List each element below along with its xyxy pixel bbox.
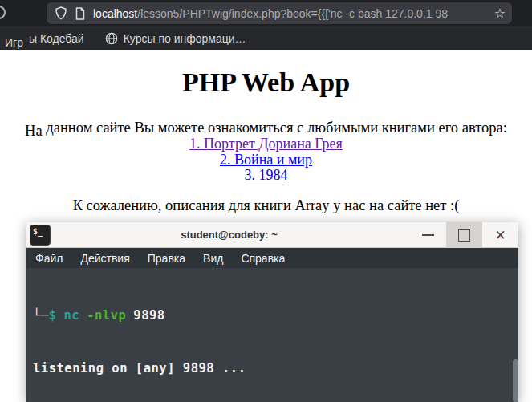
- intro-text: На данном сайте Вы можете ознакомиться с…: [0, 120, 532, 136]
- command-name: nc: [64, 308, 80, 323]
- close-icon: ✕: [494, 229, 506, 242]
- page-icon: [75, 7, 86, 20]
- menu-actions[interactable]: Действия: [80, 252, 129, 265]
- maximize-button[interactable]: [446, 222, 482, 248]
- maximize-icon: [458, 229, 470, 242]
- terminal-window: $_ student@codeby: ~ ✕ Файл Действия Пра…: [26, 222, 518, 402]
- close-button[interactable]: ✕: [482, 222, 518, 248]
- menu-view[interactable]: Вид: [203, 252, 223, 265]
- menu-file[interactable]: Файл: [35, 252, 63, 265]
- command-args: -nlvp: [87, 308, 126, 323]
- terminal-line: listening on [any] 9898 ...: [33, 359, 518, 377]
- url-path: /lesson5/PHPTwig/index.php?book={{['nc -…: [137, 7, 448, 20]
- url-text: localhost/lesson5/PHPTwig/index.php?book…: [93, 7, 488, 20]
- minimize-icon: [422, 234, 434, 236]
- minimize-button[interactable]: [410, 222, 446, 248]
- bookmark-label-suffix: ы Кодебай: [29, 32, 84, 45]
- bookmark-item-codeby[interactable]: Игры Кодебай: [5, 32, 84, 45]
- screen: localhost/lesson5/PHPTwig/index.php?book…: [0, 0, 532, 402]
- book-link-2[interactable]: 2. Война и мир: [0, 152, 532, 169]
- book-notfound-message: К сожалению, описания для книги Array у …: [0, 197, 532, 214]
- terminal-window-title: student@codeby: ~: [26, 222, 432, 248]
- page-title: PHP Web App: [0, 67, 532, 98]
- book-link-1[interactable]: 1. Портрет Дориана Грея: [0, 136, 532, 152]
- terminal-scrollbar-thumb[interactable]: [513, 359, 518, 402]
- browser-toolbar: localhost/lesson5/PHPTwig/index.php?book…: [0, 0, 532, 26]
- bookmark-label: Курсы по информаци…: [124, 32, 246, 45]
- bookmark-star-icon[interactable]: ☆: [494, 7, 506, 20]
- intro-first-word: На: [25, 123, 43, 139]
- terminal-menubar: Файл Действия Правка Вид Справка: [26, 248, 518, 268]
- url-fade-overlay: [464, 5, 491, 22]
- terminal-command-line: └─$nc-nlvp9898: [33, 307, 518, 324]
- bookmark-label-prefix: Игр: [5, 36, 23, 49]
- terminal-titlebar[interactable]: $_ student@codeby: ~ ✕: [26, 222, 518, 248]
- globe-icon: [105, 32, 118, 45]
- book-link-list: 1. Портрет Дориана Грея 2. Война и мир 3…: [0, 136, 532, 184]
- command-port: 9898: [133, 308, 164, 323]
- url-host: localhost: [93, 7, 137, 20]
- menu-help[interactable]: Справка: [241, 252, 285, 265]
- terminal-output-area[interactable]: └─$nc-nlvp9898 listening on [any] 9898 .…: [26, 268, 518, 402]
- prompt-symbol: $: [49, 308, 57, 323]
- window-controls: ✕: [410, 222, 518, 248]
- shield-icon: [55, 6, 67, 20]
- address-bar[interactable]: localhost/lesson5/PHPTwig/index.php?book…: [47, 2, 512, 24]
- bookmark-item-courses[interactable]: Курсы по информаци…: [105, 32, 246, 45]
- clipped-toolbar-icon: [0, 6, 6, 19]
- bookmarks-bar: Игры Кодебай Курсы по информаци…: [0, 26, 532, 50]
- menu-edit[interactable]: Правка: [148, 252, 185, 265]
- intro-rest: данном сайте Вы можете ознакомиться с лю…: [43, 120, 507, 136]
- prompt-tree: └─: [33, 308, 49, 323]
- book-link-3[interactable]: 3. 1984: [0, 168, 532, 184]
